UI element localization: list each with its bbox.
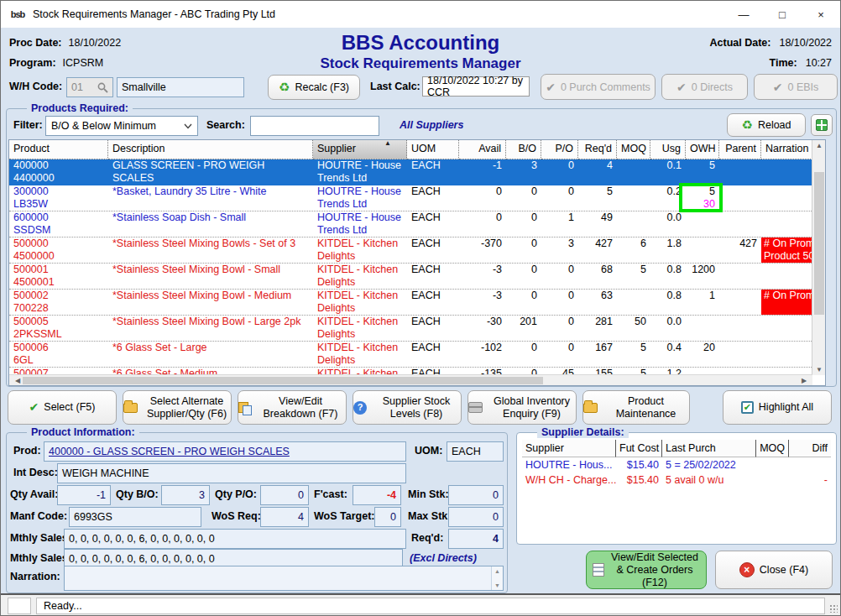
export-excel-button[interactable] bbox=[811, 114, 833, 136]
chevron-down-icon bbox=[184, 123, 192, 129]
po-cell: 0 bbox=[541, 185, 578, 211]
check-icon: ✔ bbox=[773, 81, 783, 94]
bo-cell: 0 bbox=[506, 264, 541, 289]
vertical-scroll-thumb[interactable] bbox=[814, 172, 824, 315]
search-lookup-icon[interactable] bbox=[97, 82, 108, 93]
horizontal-scrollbar[interactable]: ◀ ▶ bbox=[9, 374, 812, 385]
int-desc-label: Int Desc: bbox=[13, 467, 58, 478]
supplier-details-body: HOUTRE - Hous... $15.40 5 = 25/02/2022 W… bbox=[522, 457, 831, 488]
description-cell: *Basket, Laundry 35 Litre - White bbox=[108, 185, 313, 211]
table-row[interactable]: 600000SSDSM *Stainless Soap Dish - Small… bbox=[9, 211, 825, 238]
products-required-label: Products Required: bbox=[27, 102, 133, 114]
narration-input[interactable]: ▲ ▼ bbox=[64, 566, 504, 591]
col-bo[interactable]: B/O bbox=[506, 140, 541, 159]
supplier-row[interactable]: W/H CH - Charge... $15.40 5 avail 0 w/u … bbox=[522, 472, 831, 488]
description-cell: GLASS SCREEN - PRO WEIGH SCALES bbox=[108, 159, 313, 185]
col-po[interactable]: P/O bbox=[541, 140, 578, 159]
col-product[interactable]: Product bbox=[9, 140, 108, 159]
table-row[interactable]: 5000014500001 *Stainless Steel Mixing Bo… bbox=[9, 264, 825, 290]
sd-col-supplier: Supplier bbox=[522, 440, 616, 457]
narration-cell bbox=[761, 264, 812, 289]
resize-grip-icon[interactable] bbox=[829, 604, 838, 613]
parent-cell bbox=[719, 159, 761, 185]
table-row[interactable]: 5000066GL *6 Glass Set - Large KITDEL - … bbox=[9, 342, 825, 368]
col-supplier[interactable]: Supplier ▲ bbox=[313, 140, 407, 159]
col-reqd[interactable]: Req'd bbox=[578, 140, 617, 159]
uom-cell: EACH bbox=[407, 238, 459, 263]
uom-cell: EACH bbox=[407, 316, 459, 341]
close-button[interactable]: × Close (F4) bbox=[715, 551, 833, 589]
int-desc-field[interactable]: WEIGH MACHINE bbox=[57, 463, 406, 483]
narration-label: Narration: bbox=[10, 571, 60, 582]
product-id-cell: 4000004400000 bbox=[9, 159, 108, 185]
create-orders-button[interactable]: View/Edit Selected & Create Orders (F12) bbox=[586, 551, 707, 589]
wh-name-field[interactable]: Smallville bbox=[117, 77, 244, 97]
recycle-icon: ♻ bbox=[279, 80, 290, 95]
table-row[interactable]: 4000004400000 GLASS SCREEN - PRO WEIGH S… bbox=[9, 159, 825, 185]
product-maintenance-button[interactable]: Product Maintenance bbox=[582, 390, 690, 425]
global-inventory-button[interactable]: Global Inventory Enquiry (F9) bbox=[468, 390, 577, 425]
status-message: Ready... bbox=[36, 598, 825, 614]
table-row[interactable]: 300000LB35W *Basket, Laundry 35 Litre - … bbox=[9, 185, 825, 211]
recalc-button[interactable]: ♻ Recalc (F3) bbox=[268, 75, 360, 100]
narration-scrollbar[interactable]: ▲ ▼ bbox=[491, 566, 503, 590]
supplier-stock-button[interactable]: ? Supplier Stock Levels (F8) bbox=[353, 390, 462, 425]
uom-cell: EACH bbox=[407, 264, 459, 289]
wh-code-field[interactable]: 01 bbox=[66, 77, 113, 97]
directs-button[interactable]: ✔ 0 Directs bbox=[661, 74, 748, 100]
col-usg[interactable]: Usg bbox=[650, 140, 686, 159]
col-description[interactable]: Description bbox=[108, 140, 313, 159]
wos-target-field: 0 bbox=[374, 507, 401, 527]
archive-box-icon bbox=[468, 402, 483, 413]
supplier-row[interactable]: HOUTRE - Hous... $15.40 5 = 25/02/2022 bbox=[522, 457, 831, 472]
scroll-down-icon[interactable]: ▼ bbox=[812, 366, 826, 373]
mthly-sales-field-1: 0, 0, 0, 0, 0, 0, 6, 0, 0, 0, 0, 0, 0 bbox=[64, 529, 406, 549]
col-uom[interactable]: UOM bbox=[407, 140, 459, 159]
col-parent[interactable]: Parent bbox=[719, 140, 761, 159]
close-window-button[interactable]: × bbox=[802, 1, 840, 28]
qty-avail-label: Qty Avail: bbox=[10, 488, 58, 500]
parent-cell bbox=[719, 264, 761, 289]
col-owh[interactable]: OWH bbox=[686, 140, 719, 159]
alt-supplier-button[interactable]: Select Alternate Supplier/Qty (F6) bbox=[123, 390, 232, 425]
uom-cell: EACH bbox=[407, 290, 459, 315]
horizontal-scroll-thumb[interactable] bbox=[23, 377, 543, 384]
scroll-down-icon[interactable]: ▼ bbox=[494, 582, 500, 588]
table-row[interactable]: 500002700228 *Stainless Steel Mixing Bow… bbox=[9, 290, 825, 316]
table-row[interactable]: 5000004500000 *Stainless Steel Mixing Bo… bbox=[9, 238, 825, 264]
col-avail[interactable]: Avail bbox=[459, 140, 506, 159]
scroll-right-icon[interactable]: ▶ bbox=[797, 377, 811, 384]
moq-cell: 6 bbox=[617, 238, 650, 263]
sd-fut-cost-cell: $15.40 bbox=[616, 457, 662, 472]
scroll-up-icon[interactable]: ▲ bbox=[494, 568, 500, 574]
purch-comments-button[interactable]: ✔ 0 Purch Comments bbox=[541, 74, 656, 100]
col-narration[interactable]: Narration bbox=[761, 140, 812, 159]
reload-button[interactable]: ♻ Reload bbox=[727, 113, 806, 137]
minimize-button[interactable]: — bbox=[724, 1, 763, 28]
table-row[interactable]: 5000052PKSSML *Stainless Steel Mixing Bo… bbox=[9, 316, 825, 342]
reqd-cell: 427 bbox=[578, 238, 617, 263]
usg-cell: 0.1 bbox=[650, 159, 686, 185]
prod-link[interactable]: 400000 - GLASS SCREEN - PRO WEIGH SCALES bbox=[49, 446, 290, 457]
check-icon: ✔ bbox=[676, 81, 687, 94]
prod-field[interactable]: 400000 - GLASS SCREEN - PRO WEIGH SCALES bbox=[44, 441, 406, 462]
highlight-all-button[interactable]: ✔ Highlight All bbox=[723, 390, 832, 425]
bo-cell: 0 bbox=[506, 211, 541, 237]
window-title: Stock Requirements Manager - ABC Trading… bbox=[33, 8, 275, 20]
ebis-button[interactable]: ✔ 0 EBIs bbox=[754, 74, 838, 100]
vertical-scrollbar[interactable]: ▲ ▼ bbox=[812, 140, 825, 375]
filter-select[interactable]: B/O & Below Minimum bbox=[45, 116, 198, 136]
qty-po-field: 0 bbox=[260, 485, 309, 505]
sd-col-moq: MOQ bbox=[756, 440, 789, 457]
view-edit-breakdown-button[interactable]: View/Edit Breakdown (F7) bbox=[238, 390, 347, 425]
manf-code-field[interactable]: 6993GS bbox=[69, 507, 201, 527]
reqd-cell: 63 bbox=[578, 290, 617, 315]
scroll-up-icon[interactable]: ▲ bbox=[812, 142, 826, 149]
products-table-header: Product Description Supplier ▲ UOM Avail… bbox=[9, 140, 825, 159]
maximize-button[interactable]: □ bbox=[763, 1, 802, 28]
qty-bo-field: 3 bbox=[161, 485, 210, 505]
search-input[interactable] bbox=[250, 116, 379, 136]
col-moq[interactable]: MOQ bbox=[617, 140, 650, 159]
select-button[interactable]: ✔ Select (F5) bbox=[8, 390, 117, 425]
parent-cell bbox=[719, 185, 761, 211]
